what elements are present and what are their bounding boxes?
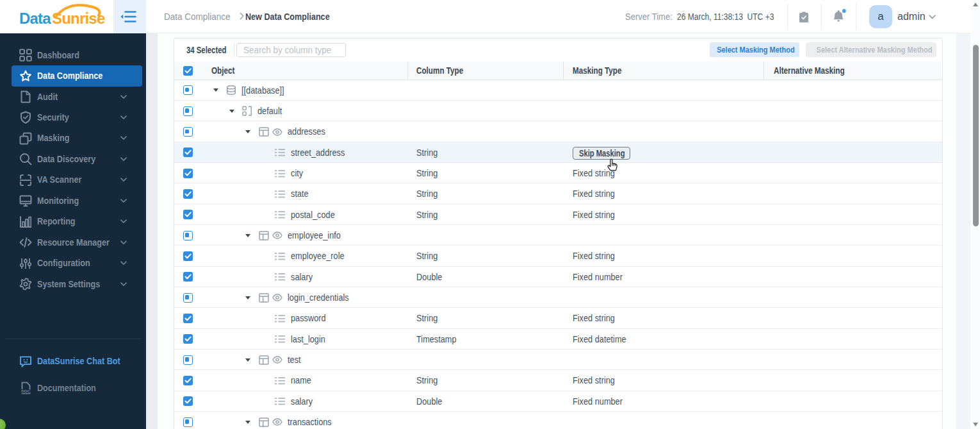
svg-text:DOC: DOC <box>21 389 30 393</box>
